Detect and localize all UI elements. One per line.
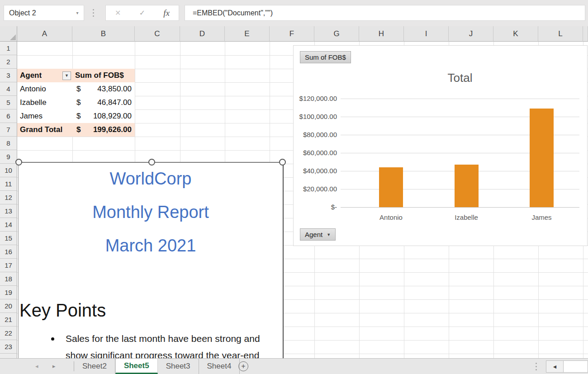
row-header-1[interactable]: 1 xyxy=(0,42,17,55)
tab-sheet3[interactable]: Sheet3 xyxy=(158,359,199,374)
row-header-21[interactable]: 21 xyxy=(0,313,17,327)
column-header-B[interactable]: B xyxy=(72,26,135,42)
column-header-E[interactable]: E xyxy=(225,26,270,42)
row-header-15[interactable]: 15 xyxy=(0,232,17,245)
pivot-chart[interactable]: Sum of FOB$ Total $120,000.00$100,000.00… xyxy=(293,45,588,246)
tab-scroll-right-icon[interactable]: ▸ xyxy=(52,359,56,374)
currency-symbol: $ xyxy=(75,112,81,121)
insert-function-icon[interactable]: fx xyxy=(163,8,170,18)
agent-name: Antonio xyxy=(20,85,46,94)
bullet-icon xyxy=(51,337,54,341)
grand-total-label: Grand Total xyxy=(20,125,62,134)
doc-title-line: WorldCorp xyxy=(19,169,283,189)
row-header-7[interactable]: 7 xyxy=(0,123,17,137)
y-axis-tick-label: $80,000.00 xyxy=(294,131,337,139)
x-axis-line xyxy=(341,207,579,208)
column-header-H[interactable]: H xyxy=(359,26,404,42)
column-header-A[interactable]: A xyxy=(17,26,72,42)
excel-window: Object 2 ▾ ✕ ✓ fx =EMBED("Document","") … xyxy=(0,0,588,374)
tab-sheet4[interactable]: Sheet4 xyxy=(199,359,240,374)
column-header-C[interactable]: C xyxy=(135,26,180,42)
resize-handle-top-right[interactable] xyxy=(279,159,286,166)
column-header-F[interactable]: F xyxy=(270,26,314,42)
pivot-grand-total-row[interactable]: Grand Total $ 199,626.00 xyxy=(17,123,135,137)
pivot-row-izabelle[interactable]: Izabelle$46,847.00 xyxy=(17,96,135,109)
pivot-row-james[interactable]: James$108,929.00 xyxy=(17,109,135,123)
add-sheet-button[interactable]: + xyxy=(238,361,248,371)
resize-handle-top-center[interactable] xyxy=(148,159,155,166)
row-header-18[interactable]: 18 xyxy=(0,272,17,286)
select-all-triangle-icon xyxy=(10,34,16,40)
column-header-I[interactable]: I xyxy=(404,26,449,42)
fob-amount: 46,847.00 xyxy=(97,98,135,107)
tab-sheet5[interactable]: Sheet5 xyxy=(115,359,158,374)
pivot-header-agent[interactable]: Agent ▼ xyxy=(17,69,72,82)
tab-sheet2[interactable]: Sheet2 xyxy=(74,359,115,374)
chart-series-field-button[interactable]: Sum of FOB$ xyxy=(300,51,351,63)
formula-bar-grip[interactable] xyxy=(93,9,94,17)
scrollbar-thumb[interactable] xyxy=(564,361,588,372)
fob-amount: 108,929.00 xyxy=(93,112,135,121)
name-box[interactable]: Object 2 ▾ xyxy=(4,5,84,21)
chart-axis-field-button[interactable]: Agent ▼ xyxy=(300,228,336,241)
scroll-left-icon[interactable]: ◄ xyxy=(546,361,564,372)
doc-title-line: Monthly Report xyxy=(19,203,283,222)
resize-handle-top-left[interactable] xyxy=(15,159,22,166)
x-axis-category-label: Izabelle xyxy=(437,213,496,221)
row-header-5[interactable]: 5 xyxy=(0,96,17,109)
embedded-document-object[interactable]: WorldCorpMonthly ReportMarch 2021 Key Po… xyxy=(18,162,284,358)
y-axis-tick-label: $120,000.00 xyxy=(294,95,337,103)
row-header-9[interactable]: 9 xyxy=(0,150,17,164)
row-header-10[interactable]: 10 xyxy=(0,164,17,177)
column-header-L[interactable]: L xyxy=(538,26,583,42)
row-header-17[interactable]: 17 xyxy=(0,259,17,272)
row-header-2[interactable]: 2 xyxy=(0,55,17,69)
filter-dropdown-icon[interactable]: ▼ xyxy=(62,71,71,80)
name-box-dropdown-icon[interactable]: ▾ xyxy=(72,5,83,20)
add-sheet-icon: + xyxy=(241,362,245,370)
row-header-23[interactable]: 23 xyxy=(0,340,17,354)
select-all-corner[interactable] xyxy=(0,26,17,42)
column-header-G[interactable]: G xyxy=(314,26,359,42)
y-axis-tick-label: $60,000.00 xyxy=(294,149,337,157)
enter-icon[interactable]: ✓ xyxy=(139,9,145,17)
cancel-icon[interactable]: ✕ xyxy=(115,9,121,17)
bar-james[interactable] xyxy=(530,109,554,207)
agent-name: James xyxy=(20,112,43,121)
row-header-13[interactable]: 13 xyxy=(0,204,17,218)
row-header-19[interactable]: 19 xyxy=(0,286,17,299)
column-header-D[interactable]: D xyxy=(180,26,225,42)
sheet-tabs: Sheet2Sheet5Sheet3Sheet4 xyxy=(74,359,240,374)
chart-title[interactable]: Total xyxy=(341,71,579,85)
row-header-11[interactable]: 11 xyxy=(0,177,17,191)
doc-title-line: March 2021 xyxy=(19,236,283,256)
formula-buttons: ✕ ✓ fx xyxy=(105,5,179,21)
column-header-K[interactable]: K xyxy=(493,26,538,42)
row-header-4[interactable]: 4 xyxy=(0,82,17,96)
bar-antonio[interactable] xyxy=(379,167,403,207)
pivot-table: Agent ▼ Sum of FOB$ Antonio$43,850.00Iza… xyxy=(17,69,135,137)
formula-input[interactable]: =EMBED("Document","") xyxy=(185,5,585,21)
row-header-24[interactable]: 24 xyxy=(0,354,17,358)
row-header-8[interactable]: 8 xyxy=(0,137,17,150)
pivot-header-sum[interactable]: Sum of FOB$ xyxy=(72,69,135,82)
row-header-3[interactable]: 3 xyxy=(0,69,17,82)
horizontal-scrollbar[interactable]: ◄ xyxy=(546,360,588,373)
formula-text: =EMBED("Document","") xyxy=(193,5,273,20)
row-header-22[interactable]: 22 xyxy=(0,327,17,340)
tab-scroll-left-icon[interactable]: ◂ xyxy=(35,359,38,374)
doc-heading: Key Points xyxy=(19,300,106,321)
pivot-row-antonio[interactable]: Antonio$43,850.00 xyxy=(17,82,135,96)
tabbar-grip[interactable] xyxy=(536,363,537,370)
worksheet: ABCDEFGHIJKL 123456789101112131415161718… xyxy=(0,26,588,358)
row-header-12[interactable]: 12 xyxy=(0,191,17,204)
doc-bullet-line: Sales for the last month have been stron… xyxy=(19,333,283,350)
column-header-J[interactable]: J xyxy=(449,26,493,42)
agent-name: Izabelle xyxy=(20,98,47,107)
row-header-16[interactable]: 16 xyxy=(0,245,17,259)
bar-izabelle[interactable] xyxy=(455,165,479,207)
row-header-14[interactable]: 14 xyxy=(0,218,17,232)
row-header-20[interactable]: 20 xyxy=(0,299,17,313)
chart-gridline xyxy=(341,99,579,99)
row-header-6[interactable]: 6 xyxy=(0,109,17,123)
